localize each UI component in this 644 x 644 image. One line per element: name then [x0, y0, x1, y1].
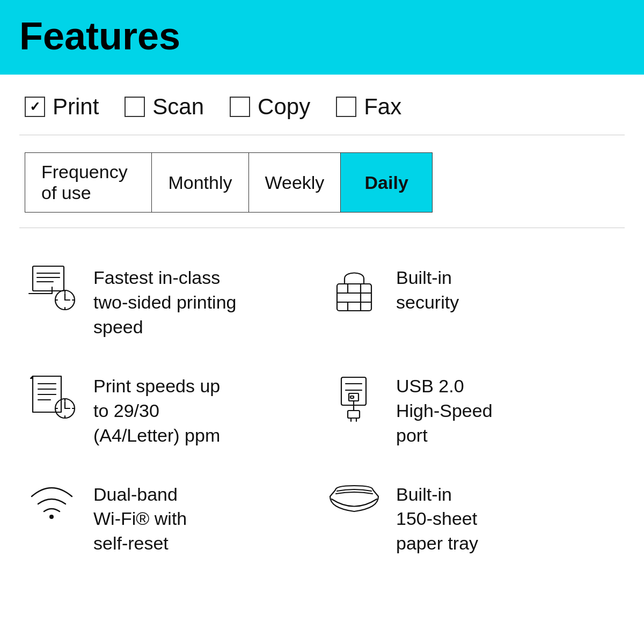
feature-usb: USB 2.0High-Speedport: [322, 356, 625, 464]
feature-paper-tray: Built-in150-sheetpaper tray: [322, 464, 625, 573]
checkbox-label-scan: Scan: [152, 94, 204, 120]
feature-two-sided-printing: Fastest in-classtwo-sided printingspeed: [19, 247, 322, 356]
feature-paper-tray-text: Built-in150-sheetpaper tray: [396, 480, 478, 557]
checkbox-label-fax: Fax: [364, 94, 401, 120]
svg-point-41: [49, 515, 54, 519]
svg-rect-36: [350, 396, 354, 398]
feature-print-speeds: Print speeds upto 29/30(A4/Letter) ppm: [19, 356, 322, 464]
svg-rect-0: [33, 266, 64, 291]
frequency-table: Frequency of use Monthly Weekly Daily: [25, 152, 433, 213]
page-title: Features: [19, 15, 625, 57]
print-page-icon: [25, 372, 78, 420]
feature-two-sided-text: Fastest in-classtwo-sided printingspeed: [93, 264, 236, 340]
svg-rect-38: [348, 411, 360, 418]
feature-security: Built-insecurity: [322, 247, 625, 356]
checkbox-copy[interactable]: [230, 97, 250, 117]
checkbox-print[interactable]: [25, 97, 45, 117]
frequency-weekly[interactable]: Weekly: [249, 153, 341, 212]
frequency-label: Frequency of use: [25, 153, 152, 212]
features-grid: Fastest in-classtwo-sided printingspeed: [19, 228, 625, 572]
checkbox-item-fax[interactable]: Fax: [336, 94, 401, 120]
checkbox-scan[interactable]: [125, 97, 145, 117]
checkbox-label-copy: Copy: [258, 94, 310, 120]
content-area: Print Scan Copy Fax Frequency of use Mon…: [0, 75, 644, 572]
lock-icon: [327, 264, 381, 314]
checkbox-fax[interactable]: [336, 97, 356, 117]
usb-icon: [327, 372, 381, 426]
wifi-icon: [25, 480, 78, 521]
checkbox-item-print[interactable]: Print: [25, 94, 99, 120]
frequency-monthly[interactable]: Monthly: [152, 153, 248, 212]
feature-wifi-text: Dual-bandWi-Fi® withself-reset: [93, 480, 187, 557]
checkbox-item-copy[interactable]: Copy: [230, 94, 310, 120]
checkbox-item-scan[interactable]: Scan: [125, 94, 204, 120]
checkboxes-row: Print Scan Copy Fax: [19, 75, 625, 135]
feature-usb-text: USB 2.0High-Speedport: [396, 372, 493, 448]
tray-icon: [327, 480, 381, 518]
svg-rect-12: [337, 284, 371, 311]
feature-print-speeds-text: Print speeds upto 29/30(A4/Letter) ppm: [93, 372, 220, 448]
feature-security-text: Built-insecurity: [396, 264, 459, 315]
header: Features: [0, 0, 644, 75]
frequency-section: Frequency of use Monthly Weekly Daily: [19, 135, 625, 228]
frequency-daily[interactable]: Daily: [341, 153, 432, 212]
printer-speed-icon: [25, 264, 78, 312]
checkbox-label-print: Print: [53, 94, 99, 120]
feature-wifi: Dual-bandWi-Fi® withself-reset: [19, 464, 322, 573]
